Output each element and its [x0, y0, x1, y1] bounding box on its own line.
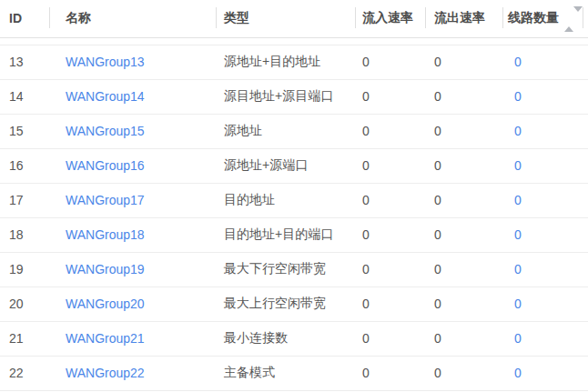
table-row: 16 WANGroup16 源地址+源端口 0 0 0	[0, 148, 588, 183]
cell-inflow-rate: 0	[355, 148, 425, 183]
cell-type: 源地址	[216, 114, 355, 148]
cell-inflow-rate: 0	[355, 114, 425, 148]
cell-id: 20	[0, 286, 49, 321]
table-row: 18 WANGroup18 目的地址+目的端口 0 0 0	[0, 217, 588, 252]
cell-outflow-rate: 0	[425, 286, 502, 321]
column-header-outflow-rate: 流出速率	[425, 0, 502, 37]
column-header-line-count[interactable]: 线路数量	[502, 0, 583, 37]
cell-inflow-rate: 0	[355, 45, 425, 79]
cell-type: 最大下行空闲带宽	[216, 252, 355, 286]
table-row: 17 WANGroup17 目的地址 0 0 0	[0, 183, 588, 217]
table-row: 19 WANGroup19 最大下行空闲带宽 0 0 0	[0, 252, 588, 286]
wan-group-link[interactable]: WANGroup21	[66, 331, 145, 346]
column-header-filler	[583, 0, 588, 37]
cell-inflow-rate: 0	[355, 217, 425, 252]
partial-clipped-row	[0, 37, 588, 45]
table-body: 13 WANGroup13 源地址+目的地址 0 0 0 14 WANGroup…	[0, 37, 588, 390]
sort-desc-icon	[573, 6, 583, 26]
column-header-inflow-rate: 流入速率	[355, 0, 425, 37]
cell-id: 21	[0, 321, 49, 356]
wan-group-link[interactable]: WANGroup18	[66, 227, 145, 242]
line-count-link[interactable]: 0	[514, 297, 522, 311]
cell-type: 源地址+源端口	[216, 148, 355, 183]
line-count-link[interactable]: 0	[514, 55, 522, 69]
column-header-type: 类型	[216, 0, 355, 37]
cell-outflow-rate: 0	[425, 79, 502, 114]
cell-inflow-rate: 0	[355, 79, 425, 114]
cell-outflow-rate: 0	[425, 45, 502, 79]
cell-type: 最大上行空闲带宽	[216, 286, 355, 321]
cell-id: 22	[0, 356, 49, 390]
table-header: ID 名称 类型 流入速率 流出速率 线路数量	[0, 0, 588, 37]
cell-outflow-rate: 0	[425, 183, 502, 217]
wan-group-link[interactable]: WANGroup20	[66, 297, 145, 311]
cell-id: 16	[0, 148, 49, 183]
table-row: 22 WANGroup22 主备模式 0 0 0	[0, 356, 588, 390]
line-count-link[interactable]: 0	[514, 331, 522, 346]
line-count-link[interactable]: 0	[514, 89, 522, 104]
wan-group-link[interactable]: WANGroup13	[66, 55, 145, 69]
line-count-link[interactable]: 0	[514, 158, 522, 173]
header-row: ID 名称 类型 流入速率 流出速率 线路数量	[0, 0, 588, 37]
table-row: 20 WANGroup20 最大上行空闲带宽 0 0 0	[0, 286, 588, 321]
cell-type: 源目地址+源目端口	[216, 79, 355, 114]
cell-outflow-rate: 0	[425, 114, 502, 148]
cell-id: 15	[0, 114, 49, 148]
wan-group-link[interactable]: WANGroup17	[66, 193, 145, 207]
wan-group-link[interactable]: WANGroup14	[66, 89, 145, 104]
cell-inflow-rate: 0	[355, 356, 425, 390]
line-count-link[interactable]: 0	[514, 262, 522, 276]
cell-id: 14	[0, 79, 49, 114]
wan-group-link[interactable]: WANGroup22	[66, 366, 145, 380]
table-row: 21 WANGroup21 最小连接数 0 0 0	[0, 321, 588, 356]
column-header-name: 名称	[49, 0, 216, 37]
cell-type: 源地址+目的地址	[216, 45, 355, 79]
cell-id: 18	[0, 217, 49, 252]
cell-type: 目的地址+目的端口	[216, 217, 355, 252]
cell-id: 13	[0, 45, 49, 79]
cell-type: 最小连接数	[216, 321, 355, 356]
wan-group-link[interactable]: WANGroup16	[66, 158, 145, 173]
sort-arrows-icon[interactable]	[564, 12, 583, 26]
cell-inflow-rate: 0	[355, 321, 425, 356]
cell-inflow-rate: 0	[355, 183, 425, 217]
cell-id: 17	[0, 183, 49, 217]
cell-type: 目的地址	[216, 183, 355, 217]
table-row: 13 WANGroup13 源地址+目的地址 0 0 0	[0, 45, 588, 79]
wan-group-table: ID 名称 类型 流入速率 流出速率 线路数量 13 WANGroup13 源地…	[0, 0, 588, 391]
line-count-link[interactable]: 0	[514, 193, 522, 207]
cell-type: 主备模式	[216, 356, 355, 390]
line-count-link[interactable]: 0	[514, 227, 522, 242]
cell-outflow-rate: 0	[425, 321, 502, 356]
cell-inflow-rate: 0	[355, 286, 425, 321]
table-row: 15 WANGroup15 源地址 0 0 0	[0, 114, 588, 148]
line-count-link[interactable]: 0	[514, 124, 522, 138]
cell-outflow-rate: 0	[425, 217, 502, 252]
cell-inflow-rate: 0	[355, 252, 425, 286]
column-header-line-count-label: 线路数量	[508, 10, 559, 25]
wan-group-link[interactable]: WANGroup19	[66, 262, 145, 276]
cell-outflow-rate: 0	[425, 148, 502, 183]
sort-asc-icon	[564, 12, 573, 32]
wan-group-link[interactable]: WANGroup15	[66, 124, 145, 138]
cell-outflow-rate: 0	[425, 356, 502, 390]
column-header-id: ID	[0, 0, 49, 37]
line-count-link[interactable]: 0	[514, 366, 522, 380]
table-row: 14 WANGroup14 源目地址+源目端口 0 0 0	[0, 79, 588, 114]
cell-id: 19	[0, 252, 49, 286]
cell-outflow-rate: 0	[425, 252, 502, 286]
